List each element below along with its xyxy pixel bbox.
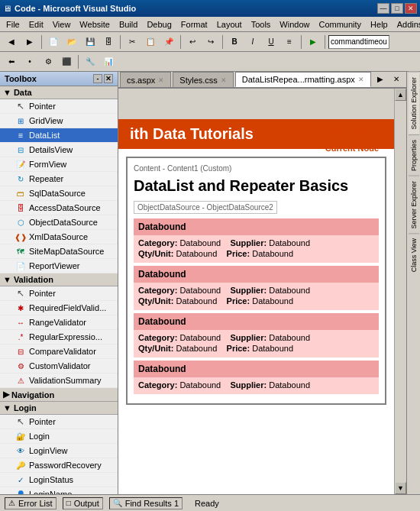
underline-button[interactable]: U [263,34,279,50]
toolbox-item-accessds[interactable]: 🗄 AccessDataSource [0,201,118,215]
window-controls[interactable]: — □ ✕ [377,3,417,14]
menu-edit[interactable]: Edit [24,18,48,31]
tabs-scroll-right[interactable]: ▶ [373,72,389,87]
toolbox-item-compare[interactable]: ⊟ CompareValidator [0,344,118,359]
open-button[interactable]: 📂 [63,34,80,50]
category-value-2: Databound [179,333,221,342]
menu-website[interactable]: Website [75,18,115,31]
toolbox-item-sqlds[interactable]: 🗃 SqlDataSource [0,186,118,201]
tab-cs-close[interactable]: ✕ [158,76,164,84]
tab-styles-close[interactable]: ✕ [221,76,227,84]
forward-button[interactable]: ▶ [21,34,38,50]
italic-button[interactable]: I [244,34,261,50]
undo-button[interactable]: ↩ [184,34,201,50]
toolbox-item-val-pointer[interactable]: ↖ Pointer [0,286,118,301]
output-label: Output [74,499,99,508]
toolbox-close[interactable]: ✕ [104,74,113,83]
menu-view[interactable]: View [48,18,76,31]
menu-help[interactable]: Help [366,18,393,31]
toolbox-item-regex[interactable]: .* RegularExpressio... [0,330,118,344]
tab-datalist-close[interactable]: ✕ [358,76,364,83]
toolbox-item-loginname[interactable]: 👤 LoginName [0,487,118,494]
menu-bar: File Edit View Website Build Debug Forma… [0,17,420,32]
close-button[interactable]: ✕ [405,3,417,14]
menu-file[interactable]: File [2,18,24,31]
play-button[interactable]: ▶ [305,34,321,50]
tab-datalist[interactable]: DataListRepea...rmatting.aspx ✕ [235,72,371,87]
toolbox-item-requiredfv[interactable]: ✱ RequiredFieldValid... [0,301,118,315]
toolbox-item-repeater[interactable]: ↻ Repeater [0,172,118,186]
toolbox-item-range[interactable]: ↔ RangeValidator [0,315,118,330]
right-tab-solution[interactable]: Solution Explorer [409,72,419,134]
tb2-btn6[interactable]: 📊 [100,53,117,70]
command-input[interactable] [328,35,389,49]
item-datalist-label: DataList [29,131,60,140]
status-output[interactable]: □ Output [63,497,103,509]
toolbox-item-xmlds[interactable]: ❰❱ XmlDataSource [0,230,118,244]
toolbox-item-formview[interactable]: 📝 FormView [0,157,118,172]
tb2-btn5[interactable]: 🔧 [82,53,99,70]
toolbox-item-loginview[interactable]: 👁 LoginView [0,444,118,458]
right-tab-class[interactable]: Class View [409,233,419,277]
tb2-btn4[interactable]: ⬛ [58,53,75,70]
right-tab-properties[interactable]: Properties [409,134,419,176]
scrollbar-v[interactable]: ▲ ▼ [394,89,406,494]
menu-addins[interactable]: Addins [393,18,420,31]
toolbox-item-objectds[interactable]: ⬡ ObjectDataSource [0,215,118,230]
scroll-up-button[interactable]: ▲ [395,89,406,101]
align-button[interactable]: ≡ [281,34,298,50]
tab-cs-aspx[interactable]: cs.aspx ✕ [120,72,171,87]
menu-layout[interactable]: Layout [212,18,247,31]
toolbox-section-login[interactable]: ▼ Login [0,402,118,415]
toolbox-item-gridview[interactable]: ⊞ GridView [0,114,118,128]
menu-format[interactable]: Format [176,18,212,31]
redo-button[interactable]: ↪ [202,34,219,50]
toolbox-item-sitemapds[interactable]: 🗺 SiteMapDataSource [0,244,118,259]
breadcrumb-root[interactable]: Root Node > [322,125,379,134]
cut-button[interactable]: ✂ [124,34,141,50]
menu-debug[interactable]: Debug [142,18,176,31]
paste-button[interactable]: 📌 [160,34,177,50]
menu-community[interactable]: Community [314,18,366,31]
toolbox-item-loginstatus[interactable]: ✓ LoginStatus [0,473,118,487]
toolbox-section-navigation[interactable]: ▶ Navigation [0,388,118,402]
right-tab-server[interactable]: Server Explorer [409,176,419,234]
menu-tools[interactable]: Tools [247,18,276,31]
toolbox-item-custom[interactable]: ⚙ CustomValidator [0,359,118,374]
toolbox-item-login-pointer[interactable]: ↖ Pointer [0,415,118,429]
toolbox-pin[interactable]: - [93,74,102,83]
back-button[interactable]: ◀ [3,34,20,50]
toolbox-item-detailsview[interactable]: ⊟ DetailsView [0,143,118,157]
save-all-button[interactable]: 🗄 [100,34,117,50]
item-loginstatus-label: LoginStatus [29,475,73,484]
tabs-close-all[interactable]: ✕ [389,72,405,87]
toolbox-item-pointer[interactable]: ↖ Pointer [0,99,118,114]
status-error-list[interactable]: ⚠ Error List [5,497,57,509]
minimize-button[interactable]: — [377,3,389,14]
save-button[interactable]: 💾 [82,34,99,50]
status-bar: ⚠ Error List □ Output 🔍 Find Results 1 R… [0,494,420,511]
menu-build[interactable]: Build [115,18,142,31]
toolbox-item-valsum[interactable]: ⚠ ValidationSummary [0,374,118,388]
copy-button[interactable]: 📋 [142,34,159,50]
tb2-btn2[interactable]: • [21,53,38,70]
toolbox-item-login[interactable]: 🔐 Login [0,429,118,444]
toolbox-item-passwordrecovery[interactable]: 🔑 PasswordRecovery [0,458,118,473]
new-button[interactable]: 📄 [45,34,62,50]
toolbox-item-datalist[interactable]: ≡ DataList [0,128,118,143]
breadcrumb-current[interactable]: Current Node [322,144,379,153]
menu-window[interactable]: Window [275,18,314,31]
item-pointer-label: Pointer [29,102,56,111]
scroll-down-button[interactable]: ▼ [395,482,406,494]
bold-button[interactable]: B [226,34,243,50]
tb2-btn3[interactable]: ⚙ [40,53,57,70]
tb2-btn1[interactable]: ⬅ [3,53,20,70]
toolbox-section-validation[interactable]: ▼ Validation [0,273,118,286]
tab-styles[interactable]: Styles.css ✕ [173,72,234,87]
breadcrumb-parent[interactable]: Parent Node > [322,134,379,144]
toolbox-section-data[interactable]: ▼ Data [0,86,118,99]
status-find-results[interactable]: 🔍 Find Results 1 [109,497,183,509]
toolbox-item-reportviewer[interactable]: 📄 ReportViewer [0,259,118,273]
maximize-button[interactable]: □ [391,3,403,14]
formview-icon: 📝 [15,159,26,170]
